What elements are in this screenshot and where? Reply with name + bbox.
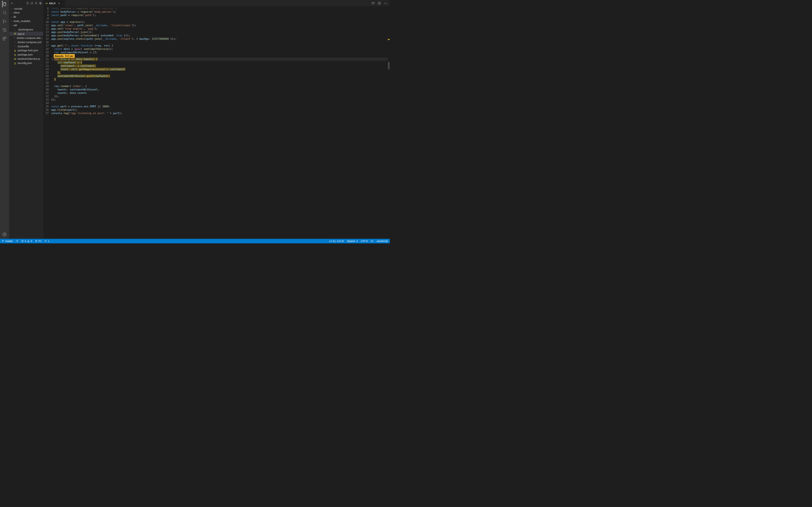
file-package-lock.json[interactable]: {}package-lock.json bbox=[9, 48, 43, 53]
svg-point-3 bbox=[3, 22, 4, 23]
debug-icon[interactable] bbox=[2, 27, 7, 33]
file-app.js[interactable]: JSapp.js bbox=[9, 32, 43, 36]
svg-point-20 bbox=[385, 3, 385, 4]
liveshare-label: PJ bbox=[39, 240, 42, 242]
line-gutter: 6789101112131415161718192021222324252627… bbox=[43, 6, 51, 239]
svg-rect-10 bbox=[3, 39, 4, 40]
settings-gear-icon[interactable] bbox=[2, 232, 7, 237]
folder-lib[interactable]: lib bbox=[9, 15, 43, 19]
svg-line-1 bbox=[5, 13, 6, 14]
svg-point-17 bbox=[374, 2, 375, 3]
status-eol[interactable]: LF bbox=[371, 240, 373, 242]
status-problems[interactable]: 0 0 bbox=[21, 240, 32, 242]
svg-point-2 bbox=[3, 20, 4, 20]
new-folder-icon[interactable] bbox=[30, 1, 34, 5]
sidebar-header: E… bbox=[9, 0, 43, 6]
new-file-icon[interactable] bbox=[26, 1, 29, 5]
svg-point-4 bbox=[5, 21, 6, 22]
svg-point-11 bbox=[4, 234, 5, 235]
svg-point-23 bbox=[2, 240, 3, 241]
extensions-icon[interactable] bbox=[2, 36, 7, 41]
svg-point-32 bbox=[36, 240, 37, 242]
svg-point-30 bbox=[28, 242, 29, 242]
svg-rect-9 bbox=[5, 37, 6, 39]
svg-point-25 bbox=[3, 240, 4, 241]
svg-point-22 bbox=[386, 3, 387, 4]
collapse-all-icon[interactable] bbox=[39, 1, 42, 5]
overview-ruler[interactable] bbox=[388, 6, 390, 239]
chevron-right-icon bbox=[11, 24, 13, 26]
svg-rect-8 bbox=[3, 37, 4, 39]
file-docker-compose.yml[interactable]: ~docker-compose.yml bbox=[9, 40, 43, 44]
tab-bar: JS app.js × bbox=[43, 0, 390, 6]
svg-line-7 bbox=[3, 29, 6, 31]
refresh-icon[interactable] bbox=[35, 1, 38, 5]
file-sentimentService.js[interactable]: JSsentimentService.js bbox=[9, 57, 43, 61]
chevron-right-icon bbox=[11, 20, 13, 22]
chevron-right-icon bbox=[11, 8, 13, 10]
file-tree[interactable]: .vscodeclientlibnode_modulesutil~.docker… bbox=[9, 6, 43, 239]
folder-node_modules[interactable]: node_modules bbox=[9, 19, 43, 23]
file-package.json[interactable]: {}package.json bbox=[9, 53, 43, 57]
svg-point-0 bbox=[3, 11, 6, 14]
more-actions-icon[interactable] bbox=[384, 1, 387, 5]
error-count: 0 bbox=[25, 240, 26, 242]
svg-rect-15 bbox=[40, 3, 42, 4]
file-Dockerfile[interactable]: ~Dockerfile bbox=[9, 44, 43, 48]
code-editor[interactable]: 6789101112131415161718192021222324252627… bbox=[43, 6, 390, 239]
status-branch[interactable]: master bbox=[2, 240, 13, 242]
folder-util[interactable]: util bbox=[9, 23, 43, 27]
sidebar: E… .vscodeclientlibnode_modulesutil~.doc… bbox=[9, 0, 43, 239]
status-indent[interactable]: Spaces: 2 bbox=[347, 240, 358, 242]
svg-point-21 bbox=[386, 3, 386, 4]
code-area[interactable]: const session = require('express-session… bbox=[51, 6, 390, 239]
participant-count: 1 bbox=[48, 240, 49, 242]
status-participants[interactable]: 1 bbox=[44, 240, 49, 242]
file-.dockerignore[interactable]: ~.dockerignore bbox=[9, 27, 43, 32]
tab-label: app.js bbox=[49, 2, 56, 4]
branch-name: master bbox=[5, 240, 13, 242]
svg-point-33 bbox=[45, 240, 46, 241]
file-tsconfig.json[interactable]: {}tsconfig.json bbox=[9, 61, 43, 65]
status-liveshare[interactable]: PJ bbox=[35, 240, 42, 242]
sidebar-title: E… bbox=[11, 2, 25, 4]
warning-count: 0 bbox=[31, 240, 32, 242]
close-tab-icon[interactable]: × bbox=[58, 2, 60, 5]
folder-.vscode[interactable]: .vscode bbox=[9, 6, 43, 11]
chevron-right-icon bbox=[11, 12, 13, 14]
svg-rect-16 bbox=[372, 2, 373, 4]
folder-client[interactable]: client bbox=[9, 11, 43, 15]
split-editor-icon[interactable] bbox=[377, 1, 381, 5]
liveshare-author-tag: Amanda Silver bbox=[54, 54, 75, 58]
explorer-icon[interactable] bbox=[2, 2, 7, 6]
activity-bar bbox=[0, 0, 9, 239]
svg-rect-14 bbox=[40, 2, 41, 4]
status-cursor-pos[interactable]: Ln 21, Col 31 bbox=[329, 240, 344, 242]
svg-point-34 bbox=[46, 240, 47, 241]
file-docker-compose.deb…[interactable]: !docker-compose.deb… bbox=[9, 36, 43, 40]
svg-point-31 bbox=[36, 241, 37, 241]
editor-group: JS app.js × 6789 bbox=[43, 0, 390, 239]
status-bar: master 0 0 PJ 1 Ln 21, Col 31 Spaces: 2 … bbox=[0, 239, 390, 243]
js-icon: JS bbox=[45, 2, 48, 4]
svg-point-24 bbox=[2, 241, 3, 242]
search-icon[interactable] bbox=[2, 10, 7, 15]
status-sync[interactable] bbox=[16, 240, 18, 242]
tab-app-js[interactable]: JS app.js × bbox=[43, 0, 65, 6]
status-language[interactable]: JavaScript bbox=[376, 240, 388, 242]
source-control-icon[interactable] bbox=[2, 19, 7, 24]
status-encoding[interactable]: UTF-8 bbox=[361, 240, 368, 242]
chevron-right-icon bbox=[11, 16, 13, 18]
editor-actions bbox=[369, 0, 390, 6]
compare-changes-icon[interactable] bbox=[371, 1, 375, 5]
